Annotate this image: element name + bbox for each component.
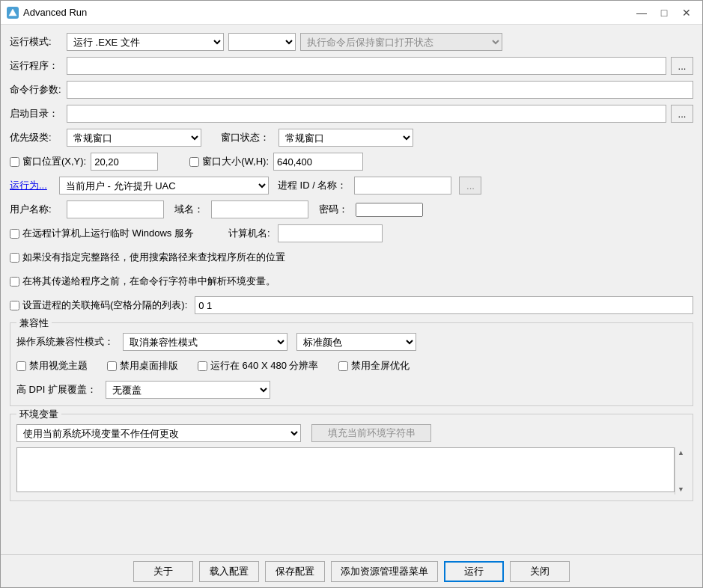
winsize-checkbox[interactable] <box>189 157 199 167</box>
bottom-bar: 关于 载入配置 保存配置 添加资源管理器菜单 运行 关闭 <box>1 554 702 587</box>
startdir-label: 启动目录： <box>10 107 62 120</box>
winsize-input[interactable] <box>273 153 363 171</box>
priority-select[interactable]: 常规窗口 <box>67 129 201 147</box>
password-label: 密码： <box>319 203 348 216</box>
about-button[interactable]: 关于 <box>133 561 193 582</box>
main-window: Advanced Run — □ ✕ 运行模式: 运行 .EXE 文件 执行命令… <box>0 0 703 588</box>
minimize-button[interactable]: — <box>632 5 651 20</box>
app-icon <box>7 7 19 19</box>
oscompat-select[interactable]: 取消兼容性模式 <box>123 333 287 351</box>
cmdparams-label: 命令行参数: <box>10 83 62 97</box>
winpos-checkbox-label[interactable]: 窗口位置(X,Y): <box>10 155 86 168</box>
domain-input[interactable] <box>211 200 308 218</box>
searchpath-row: 如果没有指定完整路径，使用搜索路径来查找程序所在的位置 <box>10 248 693 267</box>
processid-browse-button[interactable]: ... <box>459 177 481 195</box>
window-keep-open-select[interactable]: 执行命令后保持窗口打开状态 <box>300 33 502 51</box>
password-input[interactable] <box>356 203 423 217</box>
form-content: 运行模式: 运行 .EXE 文件 执行命令后保持窗口打开状态 运行程序： ...… <box>1 25 702 554</box>
credentials-row: 用户名称: 域名： 密码： <box>10 200 693 219</box>
run-button[interactable]: 运行 <box>444 561 504 582</box>
envvars-row: 在将其传递给程序之前，在命令行字符串中解析环境变量。 <box>10 272 693 291</box>
disable-desktop-text: 禁用桌面排版 <box>120 359 178 373</box>
highdpi-label: 高 DPI 扩展覆盖： <box>16 383 97 396</box>
compat-checks-row: 禁用视觉主题 禁用桌面排版 运行在 640 X 480 分辨率 禁用全屏优化 <box>16 356 687 376</box>
runas-row: 运行为... 当前用户 - 允许提升 UAC 进程 ID / 名称： ... <box>10 176 693 195</box>
scroll-down-arrow[interactable]: ▼ <box>676 484 687 494</box>
run-mode-extra-select[interactable] <box>228 33 296 51</box>
color-select[interactable]: 标准颜色 <box>296 333 416 351</box>
disable-theme-label[interactable]: 禁用视觉主题 <box>16 359 88 373</box>
window-state-label: 窗口状态： <box>221 131 270 144</box>
processid-input[interactable] <box>354 177 451 195</box>
winsize-checkbox-label[interactable]: 窗口大小(W,H): <box>189 155 269 168</box>
load-config-button[interactable]: 载入配置 <box>199 561 259 582</box>
affinity-checkbox-label[interactable]: 设置进程的关联掩码(空格分隔的列表): <box>10 298 187 312</box>
disable-desktop-label[interactable]: 禁用桌面排版 <box>107 359 178 373</box>
highdpi-row: 高 DPI 扩展覆盖： 无覆盖 <box>16 380 687 399</box>
compat-section-title: 兼容性 <box>16 316 52 330</box>
close-button[interactable]: 关闭 <box>510 561 570 582</box>
startdir-browse-button[interactable]: ... <box>671 105 693 123</box>
searchpath-checkbox[interactable] <box>10 253 19 263</box>
envvars-checkbox-label[interactable]: 在将其传递给程序之前，在命令行字符串中解析环境变量。 <box>10 275 276 288</box>
priority-row: 优先级类: 常规窗口 窗口状态： 常规窗口 <box>10 128 693 147</box>
runas-select[interactable]: 当前用户 - 允许提升 UAC <box>59 177 269 195</box>
affinity-text: 设置进程的关联掩码(空格分隔的列表): <box>22 298 187 312</box>
searchpath-checkbox-label[interactable]: 如果没有指定完整路径，使用搜索路径来查找程序所在的位置 <box>10 251 285 264</box>
disable-fullscreen-text: 禁用全屏优化 <box>351 359 410 373</box>
winpos-label: 窗口位置(X,Y): <box>22 155 86 168</box>
run640-checkbox[interactable] <box>198 361 207 371</box>
remote-service-checkbox-label[interactable]: 在远程计算机上运行临时 Windows 服务 <box>10 227 194 240</box>
winpos-row: 窗口位置(X,Y): 窗口大小(W,H): <box>10 152 693 171</box>
env-textarea[interactable] <box>16 447 675 492</box>
priority-label: 优先级类: <box>10 131 62 144</box>
startdir-input[interactable] <box>67 105 666 123</box>
winsize-label: 窗口大小(W,H): <box>202 155 269 168</box>
remote-row: 在远程计算机上运行临时 Windows 服务 计算机名: <box>10 224 693 243</box>
envvars-text: 在将其传递给程序之前，在命令行字符串中解析环境变量。 <box>22 275 276 288</box>
maximize-button[interactable]: □ <box>654 5 674 20</box>
run640-label[interactable]: 运行在 640 X 480 分辨率 <box>198 359 319 373</box>
disable-fullscreen-label[interactable]: 禁用全屏优化 <box>338 359 410 373</box>
close-window-button[interactable]: ✕ <box>677 5 696 20</box>
cmdparams-row: 命令行参数: <box>10 80 693 99</box>
env-section-title: 环境变量 <box>16 408 61 421</box>
affinity-checkbox[interactable] <box>10 301 19 310</box>
window-controls: — □ ✕ <box>632 5 696 20</box>
run-mode-select[interactable]: 运行 .EXE 文件 <box>67 33 224 51</box>
fill-env-button[interactable]: 填充当前环境字符串 <box>311 424 431 442</box>
disable-theme-checkbox[interactable] <box>16 361 26 371</box>
winpos-input[interactable] <box>91 153 158 171</box>
title-bar: Advanced Run — □ ✕ <box>1 1 702 25</box>
compat-section: 兼容性 操作系统兼容性模式： 取消兼容性模式 标准颜色 禁用视觉主题 <box>10 322 693 406</box>
program-input[interactable] <box>67 57 666 75</box>
domain-label: 域名： <box>174 203 204 216</box>
env-scrollbar[interactable]: ▲ ▼ <box>675 447 687 494</box>
startdir-row: 启动目录： ... <box>10 104 693 123</box>
program-browse-button[interactable]: ... <box>671 57 693 75</box>
window-state-select[interactable]: 常规窗口 <box>279 129 413 147</box>
save-config-button[interactable]: 保存配置 <box>265 561 325 582</box>
scroll-up-arrow[interactable]: ▲ <box>676 447 687 458</box>
affinity-input[interactable] <box>195 296 693 314</box>
oscompat-row: 操作系统兼容性模式： 取消兼容性模式 标准颜色 <box>16 332 687 352</box>
run-mode-row: 运行模式: 运行 .EXE 文件 执行命令后保持窗口打开状态 <box>10 32 693 52</box>
env-select[interactable]: 使用当前系统环境变量不作任何更改 <box>16 424 301 442</box>
envvars-checkbox[interactable] <box>10 277 19 287</box>
env-controls-row: 使用当前系统环境变量不作任何更改 填充当前环境字符串 <box>16 423 687 443</box>
username-input[interactable] <box>67 200 164 218</box>
window-title: Advanced Run <box>23 7 632 18</box>
disable-desktop-checkbox[interactable] <box>107 361 117 371</box>
computername-input[interactable] <box>278 224 383 242</box>
disable-fullscreen-checkbox[interactable] <box>338 361 348 371</box>
cmdparams-input[interactable] <box>67 81 693 99</box>
affinity-row: 设置进程的关联掩码(空格分隔的列表): <box>10 295 693 315</box>
winpos-checkbox[interactable] <box>10 157 19 167</box>
username-label: 用户名称: <box>10 203 62 216</box>
remote-service-text: 在远程计算机上运行临时 Windows 服务 <box>22 227 194 240</box>
remote-service-checkbox[interactable] <box>10 229 19 239</box>
add-explorer-button[interactable]: 添加资源管理器菜单 <box>331 561 438 582</box>
highdpi-select[interactable]: 无覆盖 <box>106 381 270 399</box>
runas-link[interactable]: 运行为... <box>10 179 55 192</box>
disable-theme-text: 禁用视觉主题 <box>29 359 88 373</box>
